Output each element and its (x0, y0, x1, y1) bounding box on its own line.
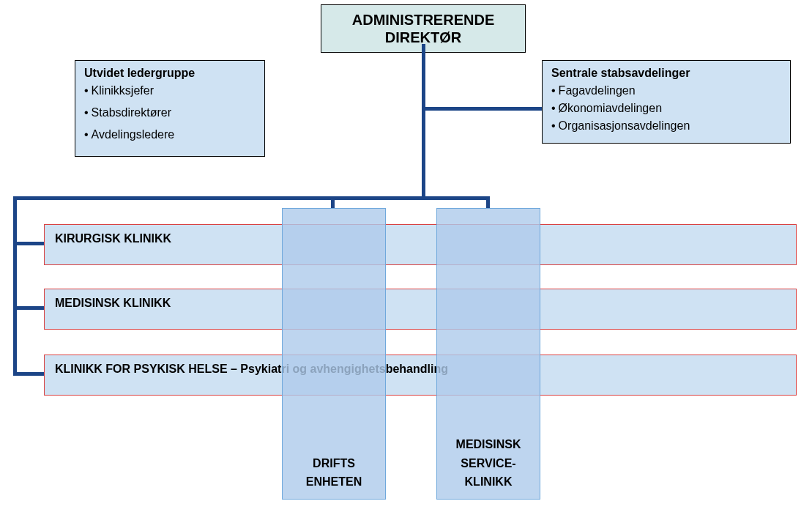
left-sidebox-item: Avdelingsledere (84, 128, 256, 141)
medserv-line-2: SERVICE- (437, 454, 540, 473)
left-sidebox-title: Utvidet ledergruppe (84, 67, 256, 80)
right-sidebox-title: Sentrale stabsavdelinger (551, 67, 781, 80)
medserv-unit-box: MEDISINSK SERVICE- KLINIKK (436, 208, 540, 500)
connector (13, 306, 44, 310)
medserv-line-3: KLINIKK (437, 472, 540, 491)
connector (13, 196, 17, 376)
right-sidebox-item: Fagavdelingen (551, 84, 781, 97)
clinic-label: KLINIKK FOR PSYKISK HELSE – Psykiatri og… (55, 363, 448, 375)
right-sidebox-item: Økonomiavdelingen (551, 102, 781, 115)
drifts-line-2: ENHETEN (283, 472, 385, 491)
connector (13, 372, 44, 376)
left-sidebox-item: Stabsdirektører (84, 106, 256, 119)
connector (422, 44, 425, 198)
right-sidebox-item: Organisasjonsavdelingen (551, 119, 781, 133)
medserv-line-1: MEDISINSK (437, 435, 540, 454)
connector (486, 196, 490, 208)
clinic-box-1: KIRURGISK KLINIKK (44, 224, 797, 265)
connector (13, 242, 44, 245)
drifts-line-1: DRIFTS (283, 454, 385, 473)
left-sidebox: Utvidet ledergruppe Klinikksjefer Stabsd… (75, 60, 265, 157)
connector (13, 196, 489, 200)
clinic-label: MEDISINSK KLINIKK (55, 297, 171, 309)
clinic-label: KIRURGISK KLINIKK (55, 232, 171, 245)
left-sidebox-item: Klinikksjefer (84, 84, 256, 97)
clinic-box-3: KLINIKK FOR PSYKISK HELSE – Psykiatri og… (44, 355, 797, 396)
drifts-unit-box: DRIFTS ENHETEN (282, 208, 386, 500)
right-sidebox: Sentrale stabsavdelinger Fagavdelingen Ø… (542, 60, 791, 144)
director-line-1: ADMINISTRERENDE (336, 11, 510, 29)
connector (331, 196, 335, 208)
clinic-box-2: MEDISINSK KLINIKK (44, 289, 797, 330)
connector (422, 107, 542, 111)
